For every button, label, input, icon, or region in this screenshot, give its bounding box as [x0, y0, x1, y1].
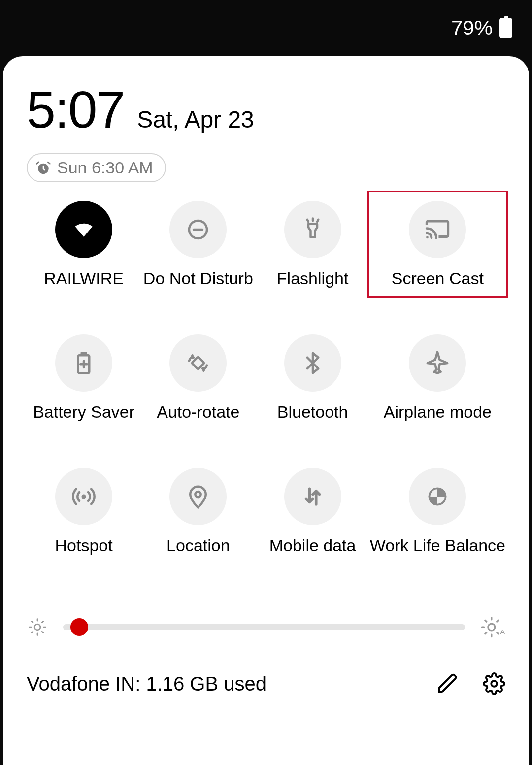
tile-label: Bluetooth: [277, 402, 348, 422]
brightness-low-icon: [27, 616, 48, 638]
hotspot-icon: [55, 468, 112, 525]
tile-auto-rotate[interactable]: Auto-rotate: [141, 334, 255, 422]
tile-railwire[interactable]: RAILWIRE: [27, 201, 141, 288]
mobiledata-icon: [284, 468, 341, 525]
footer-row: Vodafone IN: 1.16 GB used: [27, 672, 505, 695]
alarm-icon: [35, 160, 51, 176]
flashlight-icon: [284, 201, 341, 258]
clock-date[interactable]: Sat, Apr 23: [137, 106, 254, 133]
svg-rect-4: [192, 357, 204, 369]
tile-label: Screen Cast: [392, 269, 484, 288]
tile-label: Work Life Balance: [370, 536, 505, 555]
quick-settings-panel: 5:07 Sat, Apr 23 Sun 6:30 AM RAILWIREDo …: [3, 56, 529, 765]
wifi-icon: [55, 201, 112, 258]
clock-time[interactable]: 5:07: [27, 80, 124, 139]
data-usage-text[interactable]: Vodafone IN: 1.16 GB used: [27, 673, 266, 695]
worklife-icon: [409, 468, 466, 525]
battery-icon: [499, 18, 512, 38]
cast-icon: [409, 201, 466, 258]
airplane-icon: [409, 334, 466, 392]
dnd-icon: [169, 201, 227, 258]
tile-mobile-data[interactable]: Mobile data: [255, 468, 369, 555]
svg-point-9: [34, 624, 40, 630]
brightness-slider[interactable]: [63, 624, 465, 630]
tile-bluetooth[interactable]: Bluetooth: [255, 334, 369, 422]
tile-battery-saver[interactable]: Battery Saver: [27, 334, 141, 422]
battery-percent: 79%: [451, 16, 493, 40]
tile-label: Auto-rotate: [157, 402, 239, 422]
tile-label: RAILWIRE: [44, 269, 124, 288]
alarm-label: Sun 6:30 AM: [57, 158, 153, 177]
bluetooth-icon: [284, 334, 341, 392]
svg-point-12: [491, 681, 497, 687]
location-icon: [169, 468, 227, 525]
rotate-icon: [169, 334, 227, 392]
tile-label: Location: [166, 536, 230, 555]
tiles-grid: RAILWIREDo Not DisturbFlashlightScreen C…: [27, 201, 505, 555]
svg-point-5: [82, 495, 86, 499]
tile-location[interactable]: Location: [141, 468, 255, 555]
svg-point-10: [488, 624, 495, 631]
svg-point-2: [426, 236, 429, 238]
settings-icon[interactable]: [483, 672, 505, 695]
tile-label: Hotspot: [55, 536, 113, 555]
edit-icon[interactable]: [436, 672, 459, 695]
brightness-thumb[interactable]: [70, 618, 88, 636]
status-bar: 79%: [0, 0, 532, 56]
tile-label: Airplane mode: [384, 402, 492, 422]
tile-screen-cast[interactable]: Screen Cast: [368, 191, 507, 297]
tile-do-not-disturb[interactable]: Do Not Disturb: [141, 201, 255, 288]
tile-label: Mobile data: [269, 536, 356, 555]
tile-work-life-balance[interactable]: Work Life Balance: [370, 468, 505, 555]
tile-airplane-mode[interactable]: Airplane mode: [370, 334, 505, 422]
svg-text:A: A: [500, 628, 505, 636]
brightness-auto-icon[interactable]: A: [480, 614, 505, 640]
tile-label: Do Not Disturb: [143, 269, 253, 288]
tile-flashlight[interactable]: Flashlight: [255, 201, 369, 288]
brightness-row: A: [27, 614, 505, 640]
clock-row: 5:07 Sat, Apr 23: [27, 80, 505, 139]
tile-label: Flashlight: [277, 269, 349, 288]
alarm-chip[interactable]: Sun 6:30 AM: [27, 153, 166, 182]
svg-point-6: [196, 492, 201, 497]
battery-icon: [55, 334, 112, 392]
tile-hotspot[interactable]: Hotspot: [27, 468, 141, 555]
tile-label: Battery Saver: [33, 402, 134, 422]
